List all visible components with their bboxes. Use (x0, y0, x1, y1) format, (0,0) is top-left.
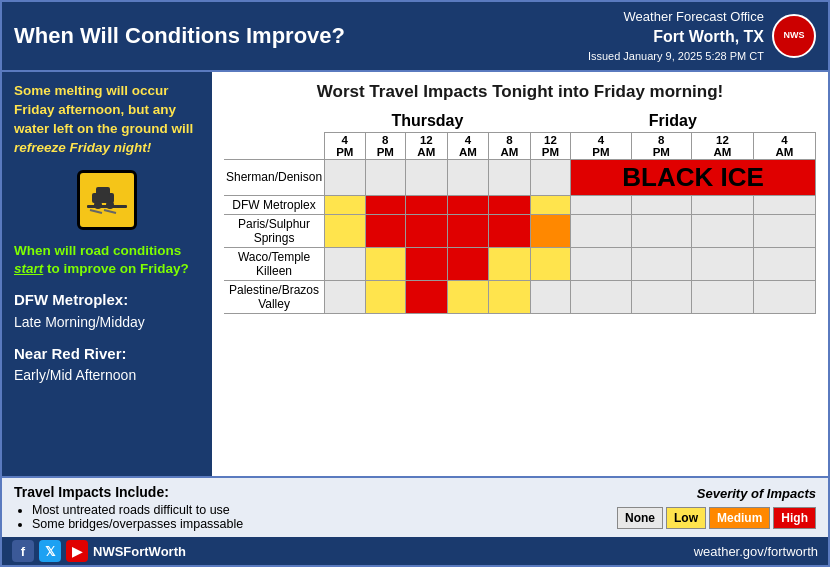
cell-4-7 (631, 280, 691, 313)
time-8am-thu: 8AM (489, 132, 531, 159)
time-8pm-fri: 8PM (631, 132, 691, 159)
dfw-time: Late Morning/Midday (14, 312, 200, 333)
cell-3-2 (406, 247, 448, 280)
cell-4-0 (325, 280, 365, 313)
cell-4-1 (365, 280, 405, 313)
bottom-bar: f 𝕏 ▶ NWSFortWorth weather.gov/fortworth (2, 537, 828, 565)
cell-4-5 (530, 280, 570, 313)
row-label: Palestine/Brazos Valley (224, 280, 325, 313)
office-info: Weather Forecast Office Fort Worth, TX I… (588, 8, 764, 64)
header: When Will Conditions Improve? Weather Fo… (2, 2, 828, 72)
right-title: Worst Travel Impacts Tonight into Friday… (224, 82, 816, 102)
svg-point-4 (106, 201, 114, 209)
row-label: Sherman/Denison (224, 159, 325, 195)
main-container: When Will Conditions Improve? Weather Fo… (0, 0, 830, 567)
sev-low: Low (666, 507, 706, 529)
website: weather.gov/fortworth (694, 544, 818, 559)
cell-4-4 (489, 280, 531, 313)
time-12am-fri: 12AM (691, 132, 753, 159)
cell-4-8 (691, 280, 753, 313)
cell-3-8 (691, 247, 753, 280)
cell-2-2 (406, 214, 448, 247)
river-time: Early/Mid Afternoon (14, 365, 200, 386)
social-handle: NWSFortWorth (93, 544, 186, 559)
sev-none: None (617, 507, 663, 529)
road-icon-container (14, 170, 200, 230)
footer: Travel Impacts Include: Most untreated r… (2, 476, 828, 537)
cell-4-3 (447, 280, 489, 313)
cell-2-3 (447, 214, 489, 247)
svg-line-6 (104, 210, 116, 213)
cell-0-0 (325, 159, 365, 195)
cell-2-5 (530, 214, 570, 247)
cell-1-6 (571, 195, 631, 214)
thursday-header: Thursday (325, 110, 531, 133)
river-label: Near Red River: (14, 343, 200, 366)
cell-2-1 (365, 214, 405, 247)
dfw-label: DFW Metroplex: (14, 289, 200, 312)
cell-1-7 (631, 195, 691, 214)
cell-3-3 (447, 247, 489, 280)
cell-1-9 (753, 195, 815, 214)
cell-4-9 (753, 280, 815, 313)
time-12pm-fri: 12PM (530, 132, 570, 159)
footer-title: Travel Impacts Include: (14, 484, 617, 500)
cell-1-1 (365, 195, 405, 214)
cell-1-8 (691, 195, 753, 214)
slippery-road-icon (82, 175, 132, 225)
time-4pm-fri: 4PM (571, 132, 631, 159)
cell-4-2 (406, 280, 448, 313)
cell-3-1 (365, 247, 405, 280)
twitter-icon[interactable]: 𝕏 (39, 540, 61, 562)
cell-2-0 (325, 214, 365, 247)
question-text: When will road conditions start to impro… (14, 242, 200, 280)
cell-0-3 (447, 159, 489, 195)
warning-text: Some melting will occur Friday afternoon… (14, 82, 200, 158)
cell-1-4 (489, 195, 531, 214)
cell-3-4 (489, 247, 531, 280)
impacts-table-wrapper: Thursday Friday 4PM 8PM 12AM 4AM 8AM 12P… (224, 110, 816, 470)
cell-2-6 (571, 214, 631, 247)
cell-0-4 (489, 159, 531, 195)
row-label: DFW Metroplex (224, 195, 325, 214)
footer-bullet-2: Some bridges/overpasses impassable (32, 517, 617, 531)
cell-3-7 (631, 247, 691, 280)
time-12am-thu: 12AM (406, 132, 448, 159)
body: Some melting will occur Friday afternoon… (2, 72, 828, 476)
main-title: When Will Conditions Improve? (14, 23, 345, 49)
row-label: Waco/Temple Killeen (224, 247, 325, 280)
facebook-icon[interactable]: f (12, 540, 34, 562)
sev-medium: Medium (709, 507, 770, 529)
social-icons: f 𝕏 ▶ NWSFortWorth (12, 540, 186, 562)
cell-2-7 (631, 214, 691, 247)
cell-3-6 (571, 247, 631, 280)
youtube-icon[interactable]: ▶ (66, 540, 88, 562)
footer-bullet-1: Most untreated roads difficult to use (32, 503, 617, 517)
right-panel: Worst Travel Impacts Tonight into Friday… (212, 72, 828, 476)
cell-0-1 (365, 159, 405, 195)
time-4am-thu: 4AM (447, 132, 489, 159)
table-row: Paris/Sulphur Springs (224, 214, 816, 247)
cell-1-3 (447, 195, 489, 214)
time-8pm-thu: 8PM (365, 132, 405, 159)
cell-0-2 (406, 159, 448, 195)
svg-point-3 (94, 201, 102, 209)
svg-rect-2 (96, 187, 110, 195)
header-right: Weather Forecast Office Fort Worth, TX I… (588, 8, 816, 64)
row-label: Paris/Sulphur Springs (224, 214, 325, 247)
cell-2-8 (691, 214, 753, 247)
nws-logo: NWS (772, 14, 816, 58)
severity-title: Severity of Impacts (697, 486, 816, 501)
cell-0-5 (530, 159, 570, 195)
office-city: Fort Worth, TX (588, 26, 764, 48)
table-row: Waco/Temple Killeen (224, 247, 816, 280)
sev-high: High (773, 507, 816, 529)
cell-0-6: BLACK ICE (571, 159, 816, 195)
left-panel: Some melting will occur Friday afternoon… (2, 72, 212, 476)
cell-1-2 (406, 195, 448, 214)
svg-line-5 (90, 210, 102, 213)
cell-1-0 (325, 195, 365, 214)
cell-1-5 (530, 195, 570, 214)
time-4am-fri: 4AM (753, 132, 815, 159)
issued-date: Issued January 9, 2025 5:28 PM CT (588, 49, 764, 64)
